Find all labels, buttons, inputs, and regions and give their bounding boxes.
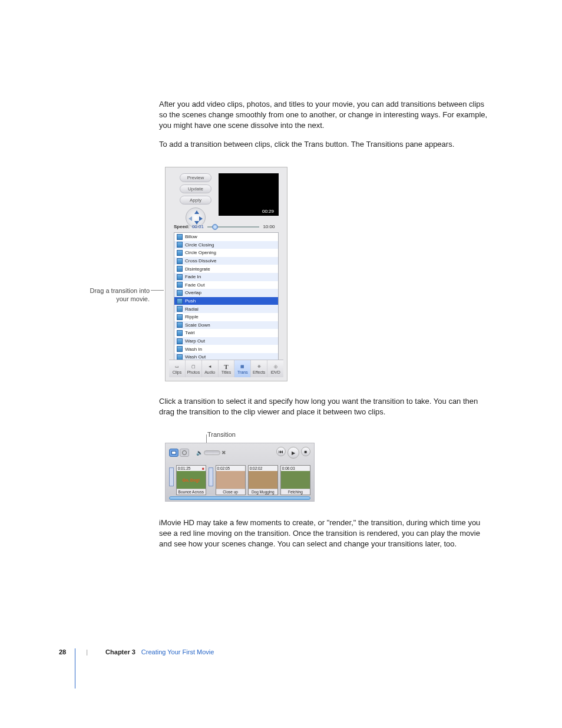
tab-label: Clips [173, 370, 182, 374]
transition-label: Cross Dissolve [185, 258, 216, 263]
transition-label: Circle Closing [185, 242, 214, 248]
clock-icon [182, 450, 187, 455]
stop-button[interactable]: ■ [301, 447, 310, 456]
preview-timecode: 00:29 [262, 209, 274, 214]
transition-icon [177, 338, 183, 344]
callout-transition: Transition [207, 431, 236, 438]
transition-item-push[interactable]: Push [174, 297, 278, 305]
transition-label: Disintegrate [185, 266, 210, 272]
rewind-icon: ⏮ [279, 449, 283, 454]
paragraph-rendering: iMovie HD may take a few moments to crea… [159, 518, 489, 549]
transition-icon [177, 298, 183, 304]
transition-icon [177, 282, 183, 288]
tab-label: Audio [204, 370, 215, 374]
transition-label: Twirl [185, 330, 194, 335]
tab-titles[interactable]: TTitles [219, 360, 235, 377]
transition-item-ripple[interactable]: Ripple [174, 313, 278, 321]
transition-item-circle-closing[interactable]: Circle Closing [174, 241, 278, 249]
transition-label: Billow [185, 234, 197, 239]
paragraph-intro: After you add video clips, photos, and t… [159, 99, 489, 131]
tab-label: Photos [187, 370, 200, 374]
transition-item-fade-in[interactable]: Fade In [174, 273, 278, 281]
timeline-view-button[interactable] [180, 449, 189, 457]
transition-item-disintegrate[interactable]: Disintegrate [174, 265, 278, 273]
film-icon [171, 451, 176, 454]
transition-label: Fade In [185, 274, 201, 279]
callout-drag-line1: Drag a transition into [90, 287, 150, 294]
tab-photos[interactable]: ▢Photos [186, 360, 202, 377]
transition-icon [177, 314, 183, 320]
tab-label: Titles [222, 370, 231, 374]
clips-icon: ▭ [173, 363, 181, 370]
tab-label: Effects [253, 370, 265, 374]
tab-trans[interactable]: ▦Trans [234, 360, 251, 377]
speed-slider[interactable] [207, 225, 259, 229]
transition-item-warp-out[interactable]: Warp Out [174, 337, 278, 345]
clip-item[interactable]: 0:06:03Fetching [280, 465, 310, 495]
clip-thumbnail [216, 471, 245, 489]
transition-item-overlap[interactable]: Overlap [174, 289, 278, 297]
paragraph-add-transition: To add a transition between clips, click… [159, 139, 489, 150]
transition-icon [177, 234, 183, 240]
timeline-scrollbar[interactable] [169, 496, 310, 500]
clip-title-overlay: Go, Dog! [182, 478, 200, 482]
preview-button[interactable]: Preview [180, 173, 211, 182]
chapter-label: Chapter 3 [105, 648, 135, 655]
pane-tabbar: ▭Clips▢Photos◄AudioTTitles▦Trans❈Effects… [169, 360, 283, 377]
timeline-figure: 🔈 ✖ ⏮ ▶ ■ 0:01:25■Go, Dog!Bounce Across0… [165, 443, 315, 502]
clip-name: Dog Mugging [249, 489, 277, 495]
chapter-title: Creating Your First Movie [141, 648, 214, 655]
tab-audio[interactable]: ◄Audio [202, 360, 219, 377]
callout-drag-line2: your movie. [116, 295, 150, 302]
clip-item[interactable]: 0:02:05Close up [216, 465, 246, 495]
transition-item-circle-opening[interactable]: Circle Opening [174, 249, 278, 257]
rewind-button[interactable]: ⏮ [276, 447, 286, 456]
clip-item[interactable]: 0:02:02Dog Mugging [248, 465, 278, 495]
speed-min: 00:01 [192, 224, 204, 229]
clip-thumbnail [249, 471, 277, 489]
transition-chip[interactable] [169, 467, 174, 486]
page-footer: 28 | Chapter 3 Creating Your First Movie [59, 648, 214, 655]
stop-icon: ■ [305, 449, 308, 454]
transition-item-radial[interactable]: Radial [174, 305, 278, 313]
volume-slider[interactable] [204, 450, 220, 455]
transition-item-scale-down[interactable]: Scale Down [174, 321, 278, 330]
transition-icon [177, 274, 183, 280]
tab-effects[interactable]: ❈Effects [251, 360, 267, 377]
trans-icon: ▦ [239, 363, 247, 370]
tab-idvd[interactable]: ◎iDVD [267, 360, 283, 377]
transition-item-wash-in[interactable]: Wash In [174, 345, 278, 353]
preview-monitor: 00:29 [219, 173, 279, 216]
transition-icon [177, 290, 183, 296]
clip-view-button[interactable] [169, 449, 178, 457]
play-button[interactable]: ▶ [287, 447, 299, 459]
speaker-icon: 🔈 [196, 450, 203, 456]
transition-label: Radial [185, 307, 199, 312]
transition-icon [177, 306, 183, 312]
speed-label: Speed: [174, 224, 190, 229]
clip-item[interactable]: 0:01:25■Go, Dog!Bounce Across [176, 465, 206, 495]
transition-label: Circle Opening [185, 250, 216, 255]
effects-icon: ❈ [255, 363, 263, 370]
clip-name: Bounce Across [177, 489, 206, 495]
transition-item-billow[interactable]: Billow [174, 233, 278, 241]
audio-icon: ◄ [206, 363, 214, 370]
transition-icon [177, 330, 183, 336]
transition-label: Wash In [185, 347, 202, 352]
clip-flag-icon: ■ [202, 466, 204, 470]
tab-label: Trans [237, 370, 248, 374]
update-button[interactable]: Update [180, 185, 211, 193]
speed-max: 10:00 [263, 224, 275, 229]
transition-item-twirl[interactable]: Twirl [174, 329, 278, 337]
transitions-list[interactable]: BillowCircle ClosingCircle OpeningCross … [174, 232, 279, 361]
transition-icon [177, 266, 183, 272]
tab-clips[interactable]: ▭Clips [169, 360, 186, 377]
transition-item-fade-out[interactable]: Fade Out [174, 281, 278, 289]
apply-button[interactable]: Apply [180, 196, 211, 205]
transition-item-cross-dissolve[interactable]: Cross Dissolve [174, 257, 278, 265]
transition-icon [177, 322, 183, 328]
transition-chip[interactable] [209, 467, 213, 486]
page-number: 28 [59, 648, 66, 655]
paragraph-select-drag: Click a transition to select it and spec… [159, 396, 489, 417]
play-icon: ▶ [292, 450, 295, 456]
